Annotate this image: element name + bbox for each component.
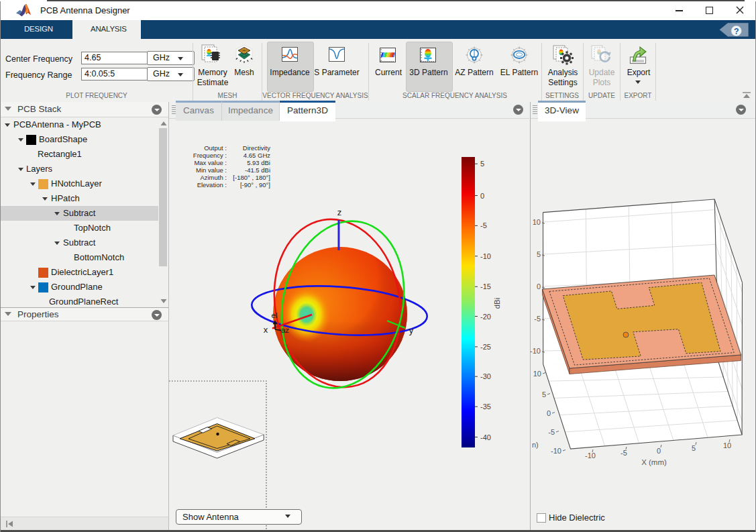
svg-text:5: 5: [537, 250, 541, 258]
svg-text:-10: -10: [551, 447, 561, 455]
svg-text:az: az: [281, 326, 289, 334]
svg-text:-10: -10: [480, 252, 491, 260]
svg-text:-10: -10: [585, 451, 596, 460]
svg-text:dBi: dBi: [493, 298, 501, 309]
svg-text:10: 10: [723, 441, 731, 449]
svg-text:?: ?: [734, 27, 739, 36]
svg-text:[-90° , 90°]: [-90° , 90°]: [240, 181, 270, 189]
svg-text:5.93 dBi: 5.93 dBi: [247, 159, 270, 166]
svg-text:5: 5: [480, 160, 484, 168]
svg-text:Azimuth :: Azimuth :: [200, 174, 227, 181]
svg-text:-20: -20: [480, 313, 491, 321]
svg-text:y: y: [409, 325, 414, 335]
svg-text:-40: -40: [480, 433, 491, 441]
svg-text:-25: -25: [480, 343, 491, 351]
svg-text:el: el: [272, 311, 278, 319]
svg-text:-41.5 dBi: -41.5 dBi: [245, 166, 270, 174]
svg-text:Max value :: Max value :: [194, 159, 227, 166]
svg-text:-10: -10: [530, 347, 541, 355]
svg-text:n): n): [532, 441, 539, 449]
svg-text:Directivity: Directivity: [243, 144, 270, 152]
svg-text:-5: -5: [620, 449, 627, 457]
svg-text:0: 0: [537, 282, 541, 290]
svg-text:Frequency :: Frequency :: [193, 152, 227, 159]
svg-text:-5: -5: [534, 315, 541, 323]
svg-text:Elevation :: Elevation :: [197, 181, 227, 189]
svg-text:0: 0: [657, 447, 661, 455]
svg-text:0: 0: [480, 192, 484, 200]
svg-text:Min value :: Min value :: [196, 166, 227, 174]
svg-text:-35: -35: [480, 403, 491, 411]
svg-text:-5: -5: [480, 221, 487, 229]
svg-text:z: z: [337, 207, 342, 217]
svg-text:-15: -15: [480, 282, 491, 290]
svg-text:5: 5: [692, 444, 696, 452]
svg-text:0: 0: [547, 409, 551, 417]
svg-text:[-180° , 180°]: [-180° , 180°]: [233, 174, 270, 181]
svg-text:4.65 GHz: 4.65 GHz: [244, 152, 270, 159]
svg-text:5: 5: [542, 390, 546, 398]
svg-text:x: x: [264, 325, 268, 335]
svg-text:-30: -30: [480, 372, 491, 380]
svg-text:10: 10: [533, 370, 541, 378]
svg-text:X (mm): X (mm): [641, 458, 667, 466]
svg-text:-5: -5: [548, 428, 555, 436]
svg-text:10: 10: [533, 218, 541, 226]
svg-text:Output :: Output :: [204, 144, 227, 152]
